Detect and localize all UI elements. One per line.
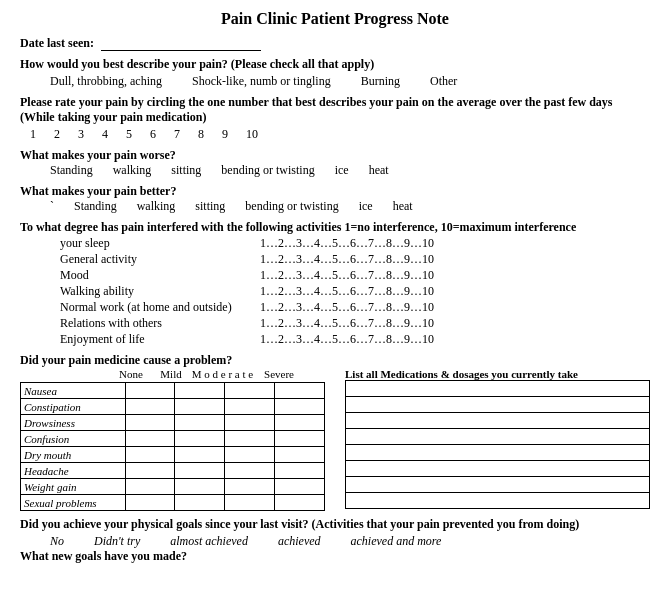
makes-better-section: What makes your pain better? ` Standing … bbox=[20, 184, 650, 214]
makes-worse-row: Standing walking sitting bending or twis… bbox=[50, 163, 650, 178]
better-walking: walking bbox=[137, 199, 176, 214]
better-ice: ice bbox=[359, 199, 373, 214]
right-col: List all Medications & dosages you curre… bbox=[345, 368, 650, 511]
side-effect-row: Sexual problems bbox=[21, 495, 325, 511]
side-effect-label: Nausea bbox=[21, 383, 126, 399]
scale-number-8: 8 bbox=[198, 127, 204, 142]
interference-row: Relations with others1…2…3…4…5…6…7…8…9…1… bbox=[60, 316, 650, 331]
side-effect-row: Weight gain bbox=[21, 479, 325, 495]
side-effect-none bbox=[125, 447, 175, 463]
pain-option-shock: Shock-like, numb or tingling bbox=[192, 74, 331, 89]
scale-number-5: 5 bbox=[126, 127, 132, 142]
worse-ice: ice bbox=[335, 163, 349, 178]
left-col: None Mild M o d e r a t e Severe Nausea … bbox=[20, 368, 325, 511]
scale-number-9: 9 bbox=[222, 127, 228, 142]
side-effect-none bbox=[125, 415, 175, 431]
problem-section: Did your pain medicine cause a problem? … bbox=[20, 353, 650, 511]
side-effect-moderate bbox=[225, 447, 275, 463]
goal-didnt-try: Didn't try bbox=[94, 534, 140, 549]
scale-number-10: 10 bbox=[246, 127, 258, 142]
pain-desc-section: How would you best describe your pain? (… bbox=[20, 57, 650, 89]
better-bending: bending or twisting bbox=[245, 199, 338, 214]
header-moderate: M o d e r a t e bbox=[190, 368, 255, 380]
scale-number-1: 1 bbox=[30, 127, 36, 142]
meds-cell bbox=[346, 493, 650, 509]
side-effect-row: Nausea bbox=[21, 383, 325, 399]
rate-label: Please rate your pain by circling the on… bbox=[20, 95, 650, 125]
scale-number-4: 4 bbox=[102, 127, 108, 142]
side-effect-moderate bbox=[225, 479, 275, 495]
page-title: Pain Clinic Patient Progress Note bbox=[20, 10, 650, 28]
scale-number-3: 3 bbox=[78, 127, 84, 142]
interference-label: To what degree has pain interfered with … bbox=[20, 220, 650, 235]
interference-row: Mood1…2…3…4…5…6…7…8…9…10 bbox=[60, 268, 650, 283]
meds-row bbox=[346, 477, 650, 493]
side-effect-moderate bbox=[225, 415, 275, 431]
date-label: Date last seen: bbox=[20, 36, 94, 50]
side-effect-moderate bbox=[225, 495, 275, 511]
side-effect-label: Constipation bbox=[21, 399, 126, 415]
worse-standing: Standing bbox=[50, 163, 93, 178]
side-effect-row: Dry mouth bbox=[21, 447, 325, 463]
side-effect-label: Drowsiness bbox=[21, 415, 126, 431]
side-effect-none bbox=[125, 463, 175, 479]
side-effect-mild bbox=[175, 495, 225, 511]
pain-option-other: Other bbox=[430, 74, 457, 89]
header-none: None bbox=[110, 368, 152, 380]
makes-better-row: ` Standing walking sitting bending or tw… bbox=[50, 199, 650, 214]
makes-worse-section: What makes your pain worse? Standing wal… bbox=[20, 148, 650, 178]
severity-headers: None Mild M o d e r a t e Severe bbox=[20, 368, 325, 380]
meds-row bbox=[346, 429, 650, 445]
problem-label: Did your pain medicine cause a problem? bbox=[20, 353, 650, 368]
side-effect-row: Headache bbox=[21, 463, 325, 479]
side-effect-none bbox=[125, 399, 175, 415]
side-effect-none bbox=[125, 431, 175, 447]
side-effect-label: Weight gain bbox=[21, 479, 126, 495]
side-effect-severe bbox=[275, 383, 325, 399]
goal-almost: almost achieved bbox=[170, 534, 248, 549]
header-mild: Mild bbox=[152, 368, 190, 380]
side-effect-row: Constipation bbox=[21, 399, 325, 415]
worse-heat: heat bbox=[369, 163, 389, 178]
new-goals-label: What new goals have you made? bbox=[20, 549, 650, 564]
side-effect-severe bbox=[275, 447, 325, 463]
pain-desc-options: Dull, throbbing, aching Shock-like, numb… bbox=[50, 74, 650, 89]
interference-row: General activity1…2…3…4…5…6…7…8…9…10 bbox=[60, 252, 650, 267]
side-effect-moderate bbox=[225, 431, 275, 447]
side-effect-moderate bbox=[225, 399, 275, 415]
side-effect-label: Dry mouth bbox=[21, 447, 126, 463]
interference-list: your sleep1…2…3…4…5…6…7…8…9…10General ac… bbox=[20, 236, 650, 347]
goals-options: No Didn't try almost achieved achieved a… bbox=[50, 534, 650, 549]
goal-more: achieved and more bbox=[351, 534, 442, 549]
meds-cell bbox=[346, 381, 650, 397]
side-effect-severe bbox=[275, 399, 325, 415]
scale-row: 12345678910 bbox=[30, 127, 650, 142]
side-effects-table: Nausea Constipation Drowsiness Confusion… bbox=[20, 382, 325, 511]
side-effect-mild bbox=[175, 479, 225, 495]
interference-row: Normal work (at home and outside)1…2…3…4… bbox=[60, 300, 650, 315]
meds-cell bbox=[346, 461, 650, 477]
better-standing: Standing bbox=[74, 199, 117, 214]
header-severe: Severe bbox=[255, 368, 303, 380]
side-effect-severe bbox=[275, 431, 325, 447]
side-effect-row: Drowsiness bbox=[21, 415, 325, 431]
meds-cell bbox=[346, 445, 650, 461]
pain-option-dull: Dull, throbbing, aching bbox=[50, 74, 162, 89]
interference-row: your sleep1…2…3…4…5…6…7…8…9…10 bbox=[60, 236, 650, 251]
makes-better-label: What makes your pain better? bbox=[20, 184, 176, 198]
side-effect-none bbox=[125, 479, 175, 495]
label-spacer bbox=[20, 368, 110, 380]
meds-cell bbox=[346, 429, 650, 445]
interference-row: Enjoyment of life1…2…3…4…5…6…7…8…9…10 bbox=[60, 332, 650, 347]
worse-walking: walking bbox=[113, 163, 152, 178]
side-effect-label: Headache bbox=[21, 463, 126, 479]
meds-cell bbox=[346, 477, 650, 493]
scale-number-6: 6 bbox=[150, 127, 156, 142]
meds-row bbox=[346, 397, 650, 413]
meds-row bbox=[346, 381, 650, 397]
side-effect-severe bbox=[275, 479, 325, 495]
side-effect-severe bbox=[275, 495, 325, 511]
pain-desc-label: How would you best describe your pain? (… bbox=[20, 57, 650, 72]
goal-no: No bbox=[50, 534, 64, 549]
meds-label: List all Medications & dosages you curre… bbox=[345, 368, 650, 380]
